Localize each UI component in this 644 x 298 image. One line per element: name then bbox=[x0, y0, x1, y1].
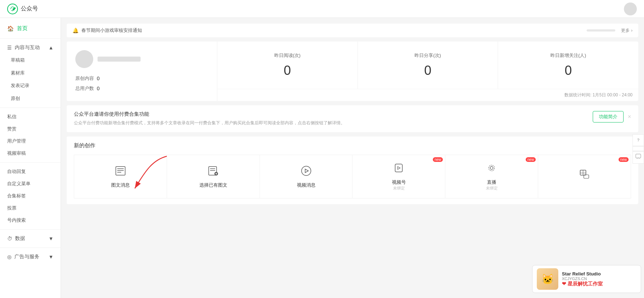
feedback-button[interactable] bbox=[633, 152, 644, 164]
topbar: 公众号 bbox=[0, 0, 644, 18]
content-section-header[interactable]: ☰ 内容与互动 ▲ bbox=[0, 42, 61, 54]
content-section: ☰ 内容与互动 ▲ 草稿箱 素材库 发表记录 原创 bbox=[0, 42, 61, 105]
main-content: 🔔 春节期间小游戏审核安排通知 更多 › 原创内容 0 bbox=[61, 18, 644, 298]
more-icon bbox=[579, 168, 590, 182]
total-users-row: 总用户数 0 bbox=[75, 85, 208, 92]
video-num-label: 视频号 bbox=[392, 179, 406, 186]
account-avatar bbox=[75, 50, 93, 68]
sidebar-item-home[interactable]: 🏠 首页 bbox=[0, 21, 61, 35]
service-icon: ◎ bbox=[7, 254, 11, 260]
account-info: 原创内容 0 总用户数 0 bbox=[67, 42, 217, 101]
svg-point-0 bbox=[8, 4, 18, 14]
creation-section: 新的创作 bbox=[67, 136, 638, 204]
svg-rect-4 bbox=[116, 167, 125, 175]
shares-value: 0 bbox=[364, 63, 492, 78]
existing-label: 选择已有图文 bbox=[199, 182, 227, 188]
original-value: 0 bbox=[97, 76, 100, 81]
sidebar-item-user-manage[interactable]: 用户管理 bbox=[0, 135, 61, 147]
sidebar-item-custom-menu[interactable]: 自定义菜单 bbox=[0, 178, 61, 190]
content-label: 内容与互动 bbox=[15, 44, 40, 51]
avatar[interactable] bbox=[624, 3, 637, 15]
svg-point-16 bbox=[490, 167, 493, 169]
sidebar-item-collection-tag[interactable]: 合集标签 bbox=[0, 190, 61, 202]
svg-point-17 bbox=[489, 165, 494, 171]
promo-intro-button[interactable]: 功能简介 bbox=[593, 111, 624, 122]
account-stats: 原创内容 0 总用户数 0 bbox=[75, 75, 208, 92]
divider-3 bbox=[0, 162, 61, 163]
sidebar-item-publish[interactable]: 发表记录 bbox=[0, 79, 61, 92]
video-msg-icon bbox=[300, 165, 312, 179]
creation-item-more[interactable]: new bbox=[538, 155, 631, 198]
sidebar-item-auto-reply[interactable]: 自动回复 bbox=[0, 165, 61, 178]
data-label: 数据 bbox=[15, 235, 25, 242]
logo-text: 公众号 bbox=[21, 5, 38, 13]
svg-marker-15 bbox=[305, 169, 308, 173]
creation-item-live[interactable]: new 直播 未绑定 bbox=[445, 155, 538, 198]
notification-progress bbox=[587, 29, 615, 32]
home-label: 首页 bbox=[17, 25, 28, 32]
svg-point-2 bbox=[14, 7, 16, 9]
text-image-icon bbox=[115, 165, 126, 179]
sidebar-item-private[interactable]: 私信 bbox=[0, 111, 61, 123]
chevron-down-icon-2: ▼ bbox=[48, 254, 53, 260]
promo-content: 公众平台邀请你使用付费合集功能 公众平台付费功能新增合集付费模式，支持将多个文章… bbox=[74, 111, 593, 126]
text-image-label: 图文消息 bbox=[111, 182, 130, 188]
video-num-new-badge: new bbox=[433, 157, 443, 162]
shares-label: 昨日分享(次) bbox=[364, 52, 492, 59]
more-new-badge: new bbox=[619, 157, 629, 162]
stat-card-shares: 昨日分享(次) 0 bbox=[358, 42, 498, 89]
sidebar-item-search[interactable]: 号内搜索 bbox=[0, 214, 61, 226]
sidebar-item-material[interactable]: 素材库 bbox=[0, 67, 61, 80]
live-sublabel: 未绑定 bbox=[486, 186, 498, 191]
sidebar-item-reward[interactable]: 赞赏 bbox=[0, 123, 61, 135]
original-content-row: 原创内容 0 bbox=[75, 75, 208, 82]
service-section-header[interactable]: ◎ 广告与服务 ▼ bbox=[0, 251, 61, 263]
stats-time: 数据统计时间: 1月5日 00:00 - 24:00 bbox=[217, 89, 638, 101]
stats-right: 昨日阅读(次) 0 昨日分享(次) 0 昨日新增关注(人) 0 数据统计时间: … bbox=[217, 42, 638, 101]
sidebar-item-original[interactable]: 原创 bbox=[0, 92, 61, 105]
service-label: 广告与服务 bbox=[14, 254, 39, 260]
promo-banner: 公众平台邀请你使用付费合集功能 公众平台付费功能新增合集付费模式，支持将多个文章… bbox=[67, 105, 638, 132]
reads-value: 0 bbox=[223, 63, 352, 78]
more-button[interactable]: 更多 › bbox=[621, 28, 633, 34]
divider-2 bbox=[0, 107, 61, 108]
divider-1 bbox=[0, 38, 61, 39]
total-users-value: 0 bbox=[97, 86, 100, 91]
creation-item-video-num[interactable]: new 视频号 未绑定 bbox=[352, 155, 445, 198]
video-msg-label: 视频消息 bbox=[297, 182, 316, 188]
creation-item-video-msg[interactable]: 视频消息 bbox=[260, 155, 352, 198]
divider-4 bbox=[0, 229, 61, 230]
sidebar-item-vote[interactable]: 投票 bbox=[0, 202, 61, 214]
notification-bar: 🔔 春节期间小游戏审核安排通知 更多 › bbox=[67, 24, 638, 37]
followers-label: 昨日新增关注(人) bbox=[504, 52, 633, 59]
followers-value: 0 bbox=[504, 63, 633, 78]
stat-card-reads: 昨日阅读(次) 0 bbox=[217, 42, 358, 89]
data-section-header[interactable]: ⏱ 数据 ▼ bbox=[0, 232, 61, 245]
content-icon: ☰ bbox=[7, 45, 12, 51]
sidebar-item-draft[interactable]: 草稿箱 bbox=[0, 54, 61, 67]
sidebar: 🏠 首页 ☰ 内容与互动 ▲ 草稿箱 素材库 发表记录 原创 bbox=[0, 18, 61, 298]
svg-rect-22 bbox=[636, 154, 641, 158]
creation-items: 图文消息 选择已有图文 bbox=[74, 155, 631, 198]
live-new-badge: new bbox=[526, 157, 536, 162]
help-button[interactable]: ? bbox=[633, 134, 644, 146]
promo-close-button[interactable]: × bbox=[628, 114, 631, 120]
reads-label: 昨日阅读(次) bbox=[223, 52, 352, 59]
promo-title: 公众平台邀请你使用付费合集功能 bbox=[74, 111, 593, 117]
creation-title: 新的创作 bbox=[74, 142, 631, 149]
live-icon bbox=[486, 162, 497, 176]
issue-button[interactable]: 遇到问题 bbox=[633, 146, 644, 152]
sidebar-item-video-audit[interactable]: 视频审稿 bbox=[0, 147, 61, 159]
chevron-down-icon: ▼ bbox=[48, 236, 53, 241]
account-profile bbox=[75, 50, 208, 68]
creation-item-text-image[interactable]: 图文消息 bbox=[74, 155, 167, 198]
creation-item-existing[interactable]: 选择已有图文 bbox=[167, 155, 260, 198]
promo-actions: 功能简介 × bbox=[593, 111, 631, 122]
stats-numbers-row: 昨日阅读(次) 0 昨日分享(次) 0 昨日新增关注(人) 0 bbox=[217, 42, 638, 89]
notification-text: 春节期间小游戏审核安排通知 bbox=[81, 27, 584, 34]
right-panel: ? 遇到问题 bbox=[633, 134, 644, 164]
video-num-icon bbox=[393, 162, 404, 176]
video-num-sublabel: 未绑定 bbox=[393, 186, 405, 191]
stats-section: 原创内容 0 总用户数 0 昨日阅读(次) 0 bbox=[67, 42, 638, 101]
data-icon: ⏱ bbox=[7, 236, 12, 241]
